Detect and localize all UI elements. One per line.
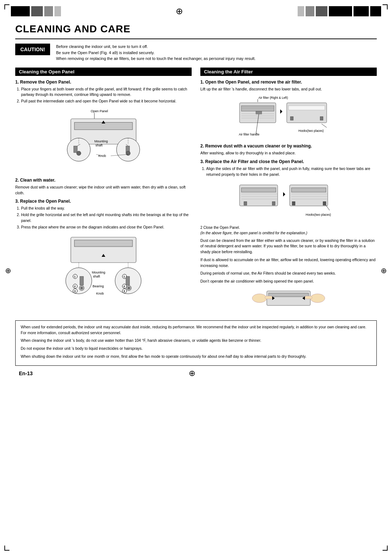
bar-dark-r1 — [316, 6, 327, 16]
r-step3-sublist: Align the sides of the air filter with t… — [200, 166, 377, 178]
bar-black-1 — [11, 6, 30, 16]
r-step2-title-text: 2. Remove dust with a vacuum cleaner or … — [200, 143, 312, 149]
para-1: Dust can be cleaned from the air filter … — [200, 238, 377, 255]
zoom-circle-left — [67, 138, 90, 161]
step3-sublist: Pull the knobs all the way. Hold the gri… — [15, 206, 192, 230]
diagram-replace-filter: Hooks(two places) — [200, 181, 377, 222]
step3-note2: (In the above figure, the open panel is … — [200, 231, 377, 235]
step3-sub3: Press the place where the arrow on the d… — [21, 224, 192, 230]
step1-title-text: 1. Remove the Open Panel. — [15, 80, 71, 85]
r-step1-body: Lift up the air filter ’s handle, discon… — [200, 86, 377, 92]
side-compass-left: ⊕ — [5, 266, 11, 275]
step2-body: Remove dust with a vacuum cleaner; wipe … — [15, 185, 192, 196]
filter-removed — [289, 106, 325, 110]
step1-sub2: Pull past the intermediate catch and ope… — [21, 98, 192, 104]
step3-title: 3. Replace the Open Panel. — [15, 199, 192, 204]
diagram-open-panel: Open Panel — [15, 108, 192, 174]
header-bar-right — [298, 6, 381, 16]
step3-note2-text: (In the above figure, the open panel is … — [200, 231, 307, 235]
bar-mid-r1 — [306, 6, 314, 16]
label-knob-1: Knob — [98, 154, 106, 158]
r-step3-title: 3. Replace the Air Filter and close the … — [200, 159, 377, 164]
diagram-replace-panel: 2 3 1 2 3 — [15, 234, 192, 307]
arrow-r2 — [283, 192, 285, 197]
bar-dark-1 — [31, 6, 43, 16]
two-col-layout: Cleaning the Open Panel 1. Remove the Op… — [15, 68, 377, 316]
caution-line-1: Before cleaning the indoor unit, be sure… — [56, 44, 256, 50]
step3-sub2: Hold the grille horizontal and set the l… — [21, 212, 192, 224]
hand-right — [310, 294, 325, 303]
label-hooks-2: Hooks(two places) — [306, 213, 331, 216]
page-number: En-13 — [19, 370, 33, 376]
air-filter-svg: Air filter (Right & Left) Hooks(two plac… — [236, 96, 341, 139]
label-shaft: shaft — [95, 143, 103, 147]
info-line-1: When used for extended periods, the indo… — [21, 324, 371, 336]
step3-note-text: 2 Close the Open Panel. — [200, 226, 240, 230]
r-step3-sub1: Align the sides of the air filter with t… — [206, 166, 377, 178]
label-shaft-2: shaft — [93, 275, 100, 278]
corner-tl — [4, 4, 9, 9]
num-r2: 2 — [123, 285, 125, 288]
step1-sublist: Place your fingers at both lower ends of… — [15, 86, 192, 104]
hook-br2-closed — [323, 202, 326, 205]
diagram-bottom-panel — [200, 288, 377, 312]
step1-title: 1. Remove the Open Panel. — [15, 80, 192, 85]
bearing-inner-r — [128, 287, 130, 289]
info-box: When used for extended periods, the indo… — [15, 320, 377, 366]
r-step2-title: 2. Remove dust with a vacuum cleaner or … — [200, 143, 377, 149]
shaft-r2 — [126, 276, 130, 285]
bearing-inner — [81, 287, 83, 289]
num-1: 2 — [74, 285, 76, 288]
main-content: CLEANING AND CARE CAUTION! Before cleani… — [0, 18, 392, 382]
caution-line-2: Be sure the Open Panel (Fig. 4 a9) is in… — [56, 50, 256, 56]
bar-black-r1 — [329, 6, 352, 16]
replace-filter-l — [241, 188, 276, 192]
info-line-2: When cleaning the indoor unit ’s body, d… — [21, 338, 371, 344]
caution-text: Before cleaning the indoor unit, be sure… — [56, 44, 256, 62]
step3-sub1: Pull the knobs all the way. — [21, 206, 192, 211]
header-bars: ⊕ — [0, 0, 392, 18]
caution-line-3: When removing or replacing the air filte… — [56, 56, 256, 62]
finger-right — [305, 296, 312, 299]
num-1b: 1 — [74, 275, 76, 278]
hand-left — [252, 294, 267, 303]
hooks-label-line-2 — [326, 205, 330, 210]
diagram-air-filter: Air filter (Right & Left) Hooks(two plac… — [200, 96, 377, 140]
para-4: Don’t operate the air conditioner with b… — [200, 279, 377, 284]
title-underline — [15, 39, 377, 39]
left-column: Cleaning the Open Panel 1. Remove the Op… — [15, 68, 192, 316]
label-open-panel: Open Panel — [91, 109, 108, 113]
step2-title-text: 2. Clean with water. — [15, 178, 56, 183]
corner-bl — [4, 546, 9, 551]
shaft-2 — [80, 276, 83, 285]
label-mounting-2: Mounting — [92, 271, 105, 274]
bar-black-r3 — [370, 6, 381, 16]
hook-right — [320, 117, 323, 120]
label-handle: Air filter handle — [239, 133, 260, 136]
panel-replace — [74, 240, 132, 247]
page-wrapper: ⊕ ⊕ ⊕ CLEANING AND CARE CAUTION! Before … — [0, 0, 392, 555]
corner-br — [383, 546, 388, 551]
step1-sub1: Place your fingers at both lower ends of… — [21, 86, 192, 98]
knob-right — [126, 151, 130, 155]
label-hooks: Hooks(two places) — [298, 129, 324, 133]
page-title: CLEANING AND CARE — [15, 23, 377, 35]
bar-black-r2 — [354, 6, 369, 16]
num-3: 3 — [74, 289, 76, 293]
label-air-filter: Air filter (Right & Left) — [258, 96, 288, 100]
info-line-4: When shutting down the indoor unit for o… — [21, 354, 371, 360]
corner-tr — [383, 4, 388, 9]
filter-left — [241, 106, 274, 111]
caution-section: CAUTION! Before cleaning the indoor unit… — [15, 44, 377, 62]
hook-left — [290, 117, 293, 120]
bar-mid-1 — [44, 6, 53, 16]
bar-light-r1 — [298, 6, 304, 16]
replace-panel-svg: 2 3 1 2 3 — [60, 234, 147, 306]
label-mounting: Mounting — [94, 139, 108, 143]
r-step1-title-text: 1. Open the Open Panel, and remove the a… — [200, 80, 302, 85]
r-step2-body: After washing, allow to dry thoroughly i… — [200, 150, 377, 156]
num-r3: 3 — [123, 289, 125, 293]
shaft-left — [74, 146, 77, 153]
para-3: During periods of normal use, the Air Fi… — [200, 271, 377, 276]
header-compass: ⊕ — [176, 6, 183, 16]
